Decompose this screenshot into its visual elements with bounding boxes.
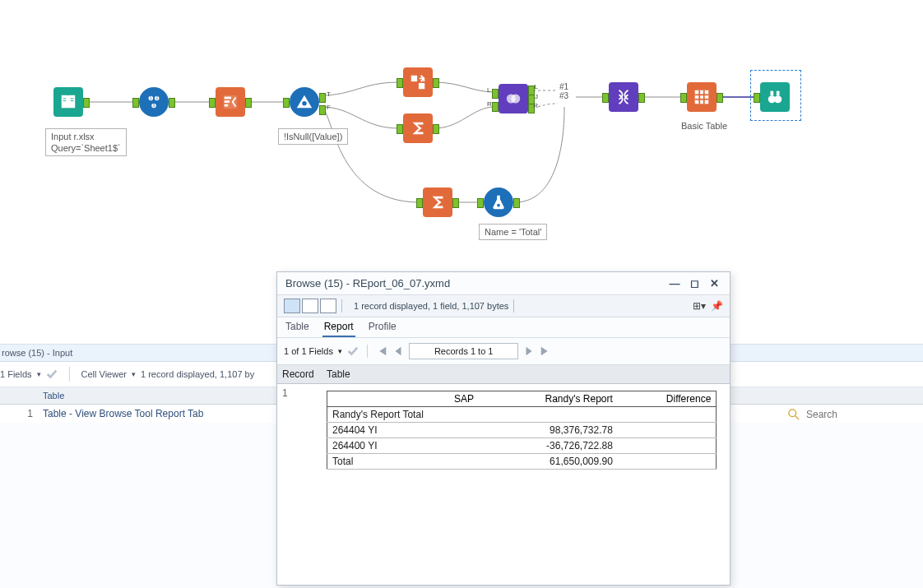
- tool-multifield-formula[interactable]: [216, 87, 245, 117]
- popout-icon[interactable]: ⊞▾: [693, 300, 706, 312]
- table-row: 264400 YI-36,726,722.88: [327, 438, 717, 454]
- binoculars-icon: [766, 88, 784, 106]
- svg-rect-3: [71, 100, 74, 101]
- search-box[interactable]: [788, 408, 890, 421]
- report-inner-table: SAP Randy's Report Difference Randy's Re…: [327, 391, 717, 470]
- svg-rect-11: [225, 97, 231, 100]
- join-icon: [504, 90, 522, 108]
- formula-icon: [221, 93, 239, 111]
- table-icon: [693, 88, 711, 106]
- col-table: Table: [322, 365, 730, 383]
- tool-table-label: Basic Table: [676, 118, 732, 133]
- svg-rect-12: [225, 100, 230, 103]
- tool-join[interactable]: L R L J R: [499, 84, 528, 113]
- record-number: 1: [277, 384, 322, 402]
- svg-point-17: [497, 204, 500, 207]
- svg-rect-27: [771, 91, 774, 96]
- browse-window-title: Browse (15) - REport_06_07.yxmd: [285, 277, 450, 289]
- check-icon: [46, 368, 58, 380]
- table-row: Total61,650,009.90: [327, 454, 717, 470]
- tool-input-data-label: Input r.xlsx Query=`Sheet1$`: [45, 128, 127, 156]
- tool-summarize-2[interactable]: [423, 188, 452, 217]
- sigma-icon: [409, 119, 427, 137]
- tool-browse[interactable]: [760, 82, 790, 112]
- first-record-icon[interactable]: [376, 345, 387, 357]
- filter-icon: [295, 93, 313, 111]
- report-grid: Record Table 1 SAP Randy's Report Differ…: [277, 365, 730, 585]
- transpose-icon: [409, 73, 427, 91]
- record-value: SAP Randy's Report Difference Randy's Re…: [322, 384, 730, 479]
- svg-point-19: [511, 95, 520, 104]
- tab-report[interactable]: Report: [322, 317, 355, 337]
- prev-record-icon[interactable]: [392, 345, 404, 357]
- tool-formula[interactable]: [484, 188, 513, 217]
- check-icon: [347, 345, 359, 357]
- layout-3-button[interactable]: [320, 299, 336, 313]
- browse-window: Browse (15) - REport_06_07.yxmd — ◻ ✕ 1 …: [276, 271, 731, 586]
- svg-rect-28: [777, 91, 780, 96]
- book-icon: [59, 93, 77, 111]
- search-icon: [788, 409, 800, 420]
- tool-select[interactable]: 123: [139, 87, 169, 117]
- tool-summarize-1[interactable]: [403, 113, 433, 143]
- flask-icon: [489, 193, 508, 211]
- svg-rect-0: [63, 98, 67, 99]
- fields-nav[interactable]: 1 of 1 Fields: [284, 346, 333, 356]
- col-record: Record: [277, 365, 322, 383]
- svg-rect-2: [71, 98, 74, 99]
- browse-window-titlebar[interactable]: Browse (15) - REport_06_07.yxmd — ◻ ✕: [277, 272, 730, 295]
- next-record-icon[interactable]: [523, 345, 535, 357]
- sigma-icon: [429, 193, 447, 211]
- tab-table[interactable]: Table: [284, 317, 311, 337]
- minimize-button[interactable]: —: [667, 277, 682, 289]
- tool-filter-label: !IsNull([Value]): [278, 128, 348, 145]
- svg-point-29: [789, 410, 796, 417]
- svg-rect-16: [419, 83, 424, 89]
- table-row: 264404 YI98,376,732.78: [327, 423, 717, 438]
- fields-dropdown[interactable]: 1 Fields: [0, 369, 32, 379]
- layout-1-button[interactable]: [284, 299, 300, 313]
- close-button[interactable]: ✕: [707, 277, 721, 289]
- svg-rect-15: [411, 76, 417, 81]
- tool-text-to-columns[interactable]: [403, 67, 433, 97]
- layout-2-button[interactable]: [302, 299, 318, 313]
- pin-icon[interactable]: 📌: [711, 300, 723, 312]
- search-input[interactable]: [805, 408, 890, 421]
- svg-point-26: [774, 95, 782, 103]
- svg-line-30: [795, 416, 799, 419]
- tool-input-data[interactable]: [53, 87, 83, 117]
- browse-nav: 1 of 1 Fields ▾ Records 1 to 1: [277, 338, 730, 365]
- numbers-icon: 123: [145, 93, 163, 111]
- tool-table[interactable]: [687, 82, 717, 112]
- browse-status: 1 record displayed, 1 field, 1,107 bytes: [354, 301, 508, 311]
- tool-filter[interactable]: T F: [290, 87, 319, 117]
- tool-sort[interactable]: [609, 82, 638, 112]
- records-range: Records 1 to 1: [409, 343, 519, 359]
- dna-icon: [615, 88, 633, 106]
- tool-formula-label: Name = 'Total': [479, 224, 547, 240]
- svg-point-14: [302, 101, 307, 105]
- svg-rect-13: [225, 104, 229, 107]
- maximize-button[interactable]: ◻: [687, 277, 702, 289]
- status-text: 1 record displayed, 1,107 by: [141, 369, 254, 379]
- last-record-icon[interactable]: [540, 345, 551, 357]
- svg-rect-1: [63, 100, 67, 101]
- browse-window-toolbar: 1 record displayed, 1 field, 1,107 bytes…: [277, 295, 730, 317]
- tab-profile[interactable]: Profile: [367, 317, 398, 337]
- cellviewer-dropdown[interactable]: Cell Viewer: [81, 369, 127, 379]
- browse-tabs: Table Report Profile: [277, 317, 730, 338]
- union-marker: #1 #3: [559, 82, 568, 100]
- svg-rect-20: [695, 90, 709, 104]
- workflow-canvas: Input r.xlsx Query=`Sheet1$` 123 T F !Is…: [0, 0, 923, 588]
